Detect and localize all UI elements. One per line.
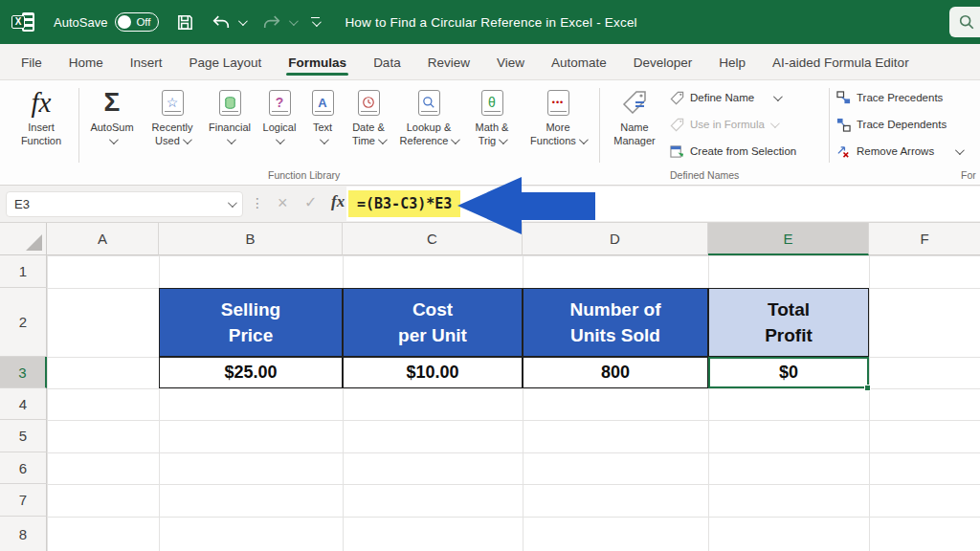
row-header-1[interactable]: 1	[0, 255, 47, 288]
remove-arrows-button[interactable]: Remove Arrows	[836, 140, 962, 163]
tab-review[interactable]: Review	[414, 47, 483, 77]
autosum-button[interactable]: Σ AutoSum	[82, 84, 142, 147]
cell-d3[interactable]: 800	[523, 357, 708, 388]
column-header-f[interactable]: F	[869, 223, 980, 255]
text-icon: A	[312, 90, 334, 116]
trace-precedents-button[interactable]: Trace Precedents	[836, 86, 943, 109]
tag-icon	[670, 91, 684, 105]
cell-b3[interactable]: $25.00	[159, 357, 343, 388]
logical-button[interactable]: ? Logical	[256, 84, 302, 147]
tab-page-layout[interactable]: Page Layout	[176, 47, 276, 77]
group-label-function-library: Function Library	[268, 169, 340, 181]
chevron-down-icon	[955, 145, 965, 155]
financial-button[interactable]: Financial	[203, 84, 256, 147]
trace-dependents-icon	[836, 118, 851, 132]
insert-function-button[interactable]: fx InsertFunction	[8, 84, 75, 147]
column-header-b[interactable]: B	[159, 223, 343, 255]
search-button[interactable]	[949, 7, 980, 37]
tag-fx-icon	[670, 118, 684, 132]
cell-c3[interactable]: $10.00	[343, 357, 523, 388]
autosave-state: Off	[136, 16, 150, 28]
column-header-d[interactable]: D	[523, 223, 708, 255]
cell-e3-active[interactable]: $0	[708, 357, 869, 388]
date-time-icon	[358, 90, 380, 116]
excel-x-icon: X	[11, 15, 25, 29]
math-trig-button[interactable]: θ Math &Trig	[463, 84, 521, 147]
save-icon	[176, 13, 194, 32]
fill-handle[interactable]	[864, 385, 871, 391]
name-manager-icon	[621, 89, 648, 116]
formula-text: =(B3-C3)*E3	[348, 190, 460, 217]
save-button[interactable]	[176, 13, 194, 32]
autosave-control[interactable]: AutoSave Off	[54, 12, 159, 32]
define-name-button[interactable]: Define Name	[670, 86, 780, 109]
trace-dependents-button[interactable]: Trace Dependents	[836, 113, 947, 136]
cell-e2[interactable]: TotalProfit	[708, 288, 869, 357]
autosave-toggle[interactable]: Off	[115, 12, 159, 32]
enter-button: ✓	[304, 193, 317, 211]
chevron-down-icon	[773, 92, 783, 101]
row-header-4[interactable]: 4	[0, 388, 47, 420]
tab-formulas[interactable]: Formulas	[275, 47, 360, 77]
group-label-defined-names: Defined Names	[670, 169, 739, 181]
cell-c2[interactable]: Costper Unit	[343, 288, 523, 357]
chevron-down-icon	[226, 135, 235, 144]
chevron-down-icon	[319, 135, 328, 144]
redo-button	[262, 13, 281, 32]
row-header-6[interactable]: 6	[0, 452, 47, 484]
title-bar: X AutoSave Off How to Find a Circular Re…	[0, 0, 980, 44]
redo-icon	[262, 13, 281, 32]
column-header-e[interactable]: E	[708, 223, 869, 255]
tab-home[interactable]: Home	[56, 47, 117, 77]
column-header-a[interactable]: A	[47, 223, 159, 255]
undo-button[interactable]	[212, 13, 231, 32]
chevron-down-icon	[770, 119, 780, 128]
math-trig-icon: θ	[481, 90, 503, 116]
create-from-selection-icon	[670, 144, 684, 159]
chevron-down-icon	[451, 135, 460, 144]
tab-help[interactable]: Help	[705, 47, 759, 77]
insert-function-fx-button[interactable]: fx	[331, 192, 345, 211]
formula-input[interactable]: =(B3-C3)*E3	[346, 187, 980, 221]
tab-file[interactable]: File	[8, 47, 56, 77]
vertical-dots-icon[interactable]: ⋮	[251, 195, 264, 210]
recently-used-icon: ☆	[162, 90, 184, 116]
name-box[interactable]: E3	[6, 191, 243, 217]
more-functions-button[interactable]: ••• MoreFunctions	[521, 84, 595, 147]
cell-b2[interactable]: SellingPrice	[159, 288, 343, 357]
row-header-5[interactable]: 5	[0, 420, 47, 452]
row-header-2[interactable]: 2	[0, 288, 47, 357]
name-manager-button[interactable]: NameManager	[605, 84, 664, 147]
search-icon	[958, 13, 975, 31]
logical-icon: ?	[269, 90, 291, 116]
financial-icon	[219, 90, 241, 116]
tab-data[interactable]: Data	[360, 47, 414, 77]
spreadsheet-grid[interactable]: A B C D E F 1 2 3 4 5 6 7 8 SellingPrice…	[0, 223, 980, 551]
tab-insert[interactable]: Insert	[117, 47, 176, 77]
remove-arrows-icon	[836, 144, 851, 159]
cell-d2[interactable]: Number ofUnits Sold	[523, 288, 708, 357]
formula-bar: E3 ⋮ × ✓ fx =(B3-C3)*E3	[0, 186, 980, 223]
tab-ai-aided-formula-editor[interactable]: AI-aided Formula Editor	[759, 47, 923, 77]
tab-view[interactable]: View	[483, 47, 538, 77]
customize-quick-access-toolbar-button[interactable]	[311, 17, 320, 28]
date-time-button[interactable]: Date &Time	[343, 84, 394, 147]
chevron-down-icon	[312, 17, 322, 27]
document-title: How to Find a Circular Reference in Exce…	[345, 15, 636, 30]
recently-used-button[interactable]: ☆ RecentlyUsed	[142, 84, 203, 147]
trace-precedents-icon	[836, 91, 851, 105]
row-header-7[interactable]: 7	[0, 484, 47, 517]
select-all-button[interactable]	[0, 223, 47, 255]
excel-app-icon[interactable]: X	[11, 11, 34, 33]
text-button[interactable]: A Text	[302, 84, 343, 147]
row-header-8[interactable]: 8	[0, 517, 47, 551]
sigma-icon: Σ	[104, 84, 121, 121]
column-header-c[interactable]: C	[343, 223, 523, 255]
chevron-down-icon	[579, 135, 589, 144]
lookup-reference-button[interactable]: Lookup &Reference	[394, 84, 463, 147]
tab-developer[interactable]: Developer	[620, 47, 706, 77]
tab-automate[interactable]: Automate	[538, 47, 620, 77]
create-from-selection-button[interactable]: Create from Selection	[670, 140, 796, 163]
undo-dropdown[interactable]	[238, 19, 245, 26]
row-header-3[interactable]: 3	[0, 357, 47, 388]
